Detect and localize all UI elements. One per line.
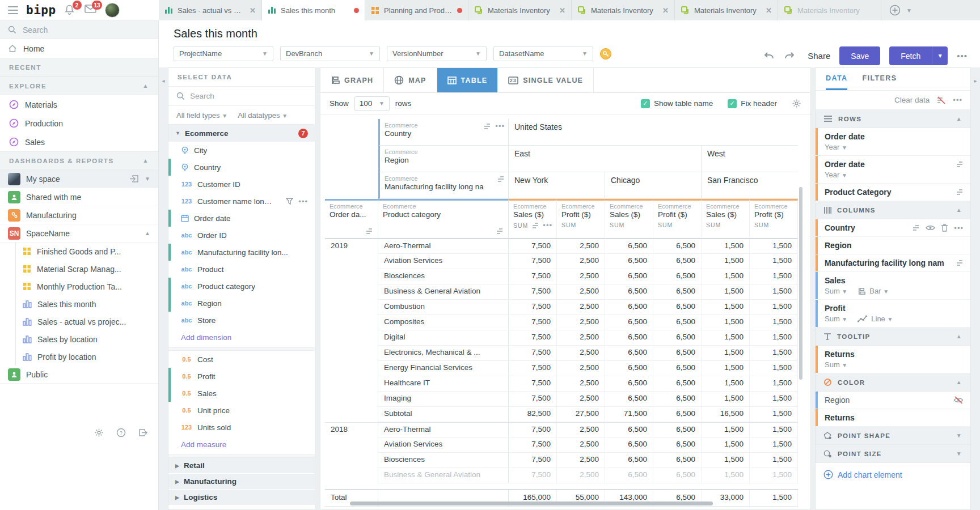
section-columns[interactable]: COLUMNS▲ bbox=[816, 201, 970, 219]
chevron-up-icon[interactable]: ▲ bbox=[956, 333, 962, 339]
fix-header-checkbox[interactable]: ✓ bbox=[728, 99, 737, 108]
field-item[interactable]: abcManufacturing facility lon... bbox=[168, 244, 315, 261]
field-item[interactable]: abcRegion bbox=[168, 295, 315, 312]
tab-overflow-caret[interactable]: ▼ bbox=[906, 7, 912, 14]
field-item[interactable]: Country bbox=[168, 159, 315, 176]
clear-sort-icon[interactable] bbox=[936, 96, 946, 104]
report-item[interactable]: Profit by location bbox=[16, 348, 158, 366]
field-menu-icon[interactable]: ••• bbox=[298, 198, 308, 205]
sort-icon[interactable] bbox=[956, 260, 964, 266]
save-button[interactable]: Save bbox=[839, 46, 880, 65]
explore-item-production[interactable]: Production bbox=[0, 114, 158, 133]
field-item[interactable]: City bbox=[168, 142, 315, 159]
report-item[interactable]: Sales by location bbox=[16, 330, 158, 348]
field-item[interactable]: 123Units sold bbox=[168, 419, 315, 436]
tab-close-icon[interactable]: ✕ bbox=[250, 6, 256, 15]
field-item[interactable]: abcOrder ID bbox=[168, 227, 315, 244]
table-group-retail[interactable]: ▶Retail bbox=[168, 458, 315, 474]
section-explore[interactable]: EXPLORE▲ bbox=[0, 76, 158, 95]
shelf-item[interactable]: Order dateYear ▼ bbox=[816, 128, 970, 156]
tab-filters[interactable]: FILTERS bbox=[862, 68, 897, 90]
eye-off-icon[interactable] bbox=[953, 396, 964, 404]
sort-icon[interactable] bbox=[956, 189, 964, 196]
chevron-up-icon[interactable]: ▲ bbox=[956, 207, 962, 213]
field-item[interactable]: 0.5Sales bbox=[168, 385, 315, 402]
space-item-public[interactable]: Public bbox=[0, 366, 158, 384]
report-item[interactable]: Monthly Production Ta... bbox=[16, 278, 158, 295]
report-item[interactable]: Finished Goods and P... bbox=[16, 243, 158, 260]
table-group-manufacturing[interactable]: ▶Manufacturing bbox=[168, 474, 315, 490]
notifications-button[interactable]: 2 bbox=[64, 4, 77, 16]
space-item-my-space[interactable]: My space▼ bbox=[0, 170, 158, 188]
view-tab-map[interactable]: MAP bbox=[384, 68, 437, 92]
field-item[interactable]: 0.5Cost bbox=[168, 351, 315, 368]
config-panel-collapse-rail[interactable]: ▸ bbox=[971, 67, 980, 510]
space-item-shared-with-me[interactable]: Shared with me bbox=[0, 188, 158, 206]
chevron-up-icon[interactable]: ▲ bbox=[956, 116, 962, 122]
space-item-manufacturing[interactable]: Manufacturing bbox=[0, 206, 158, 224]
table-group-logistics[interactable]: ▶Logistics bbox=[168, 490, 315, 505]
field-item[interactable]: abcProduct bbox=[168, 261, 315, 278]
document-tab[interactable]: Materials Inventory✕ bbox=[468, 0, 572, 20]
field-item[interactable]: 0.5Profit bbox=[168, 368, 315, 385]
dataset-key-icon[interactable] bbox=[600, 48, 611, 60]
aggregation-select[interactable]: Year ▼ bbox=[825, 171, 847, 179]
hamburger-menu-icon[interactable] bbox=[8, 6, 18, 14]
settings-gear-icon[interactable] bbox=[94, 428, 104, 437]
show-table-name-checkbox[interactable]: ✓ bbox=[641, 99, 650, 108]
shelf-item[interactable]: Region bbox=[816, 392, 970, 409]
new-tab-button[interactable] bbox=[889, 5, 901, 16]
sort-icon[interactable] bbox=[483, 123, 491, 130]
eye-icon[interactable] bbox=[926, 224, 935, 231]
field-type-filter[interactable]: All field types ▼ bbox=[176, 111, 227, 120]
add-measure-link[interactable]: Add measure bbox=[168, 436, 315, 454]
shelf-item[interactable]: Manufacturing facility long nam bbox=[816, 254, 970, 272]
shelf-item[interactable]: ProfitSum ▼Line ▼ bbox=[816, 300, 970, 328]
fetch-button[interactable]: Fetch bbox=[889, 46, 932, 65]
aggregation-select[interactable]: Year ▼ bbox=[825, 143, 847, 151]
field-item[interactable]: 0.5Unit price bbox=[168, 402, 315, 419]
section-recent[interactable]: RECENT bbox=[0, 58, 158, 76]
chevron-up-icon[interactable]: ▲ bbox=[956, 379, 962, 385]
section-dashboards-reports[interactable]: DASHBOARDS & REPORTS▲ bbox=[0, 151, 158, 170]
tab-close-icon[interactable]: ✕ bbox=[766, 6, 772, 15]
tab-data[interactable]: DATA bbox=[826, 68, 847, 90]
sort-icon[interactable] bbox=[956, 161, 964, 168]
chevron-down-icon[interactable]: ▼ bbox=[145, 176, 150, 182]
shelf-item[interactable]: Product Category bbox=[816, 184, 970, 201]
document-tab[interactable]: Sales this month bbox=[262, 0, 365, 20]
field-item[interactable]: abcProduct category bbox=[168, 278, 315, 295]
undo-icon[interactable] bbox=[763, 51, 775, 61]
space-item-spacename[interactable]: SNSpaceName▲ bbox=[0, 224, 158, 243]
section-point-shape[interactable]: POINT SHAPE▼ bbox=[816, 427, 970, 445]
field-item[interactable]: Order date bbox=[168, 210, 315, 227]
tab-close-icon[interactable]: ✕ bbox=[662, 6, 669, 15]
redo-icon[interactable] bbox=[784, 51, 795, 61]
chevron-down-icon[interactable]: ▼ bbox=[956, 432, 962, 439]
view-tab-graph[interactable]: GRAPH bbox=[320, 68, 384, 92]
shelf-item[interactable]: Order dateYear ▼ bbox=[816, 156, 970, 184]
explore-item-materials[interactable]: Materials bbox=[0, 95, 158, 114]
shelf-item[interactable]: ReturnsSum ▼ bbox=[816, 346, 970, 373]
document-tab[interactable]: Sales - actual vs pro...✕ bbox=[159, 0, 262, 20]
open-in-icon[interactable] bbox=[129, 175, 139, 183]
aggregation-select[interactable]: Sum ▼ bbox=[825, 314, 847, 323]
field-item[interactable]: 123Customer name long na••• bbox=[168, 193, 315, 210]
section-tooltip[interactable]: TOOLTIP▲ bbox=[816, 328, 970, 346]
sort-icon[interactable] bbox=[912, 224, 920, 231]
table-settings-gear-icon[interactable] bbox=[792, 99, 801, 108]
table-group-ecommerce[interactable]: ▼Ecommerce7 bbox=[168, 125, 315, 142]
item-menu-icon[interactable]: ••• bbox=[954, 224, 964, 232]
context-selector[interactable]: DatasetName▼ bbox=[493, 46, 593, 61]
tab-close-icon[interactable]: ✕ bbox=[559, 6, 565, 15]
report-item[interactable]: Sales this month bbox=[16, 295, 158, 313]
clear-data-link[interactable]: Clear data bbox=[894, 96, 930, 104]
view-tab-table[interactable]: TABLE bbox=[437, 68, 499, 92]
select-data-collapse-rail[interactable]: ◂ bbox=[159, 67, 168, 510]
shelf-item[interactable]: Returns bbox=[816, 409, 970, 427]
messages-button[interactable]: 13 bbox=[85, 4, 97, 16]
section-rows[interactable]: ROWS▲ bbox=[816, 110, 970, 128]
collapse-icon[interactable]: ▲ bbox=[145, 230, 150, 236]
field-item[interactable]: 123Customer ID bbox=[168, 176, 315, 193]
vertical-scrollbar[interactable] bbox=[799, 187, 802, 380]
